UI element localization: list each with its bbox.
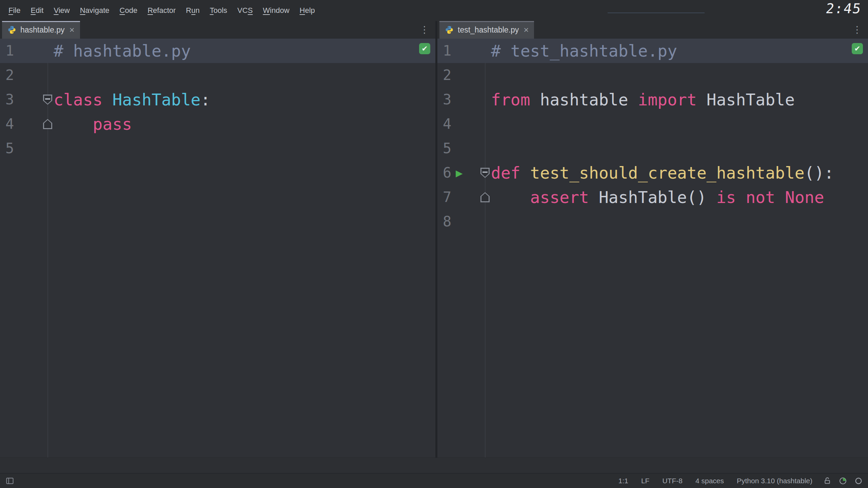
inspections-widget-icon[interactable]: [839, 477, 847, 485]
gutter[interactable]: 5: [437, 136, 485, 161]
status-encoding[interactable]: UTF-8: [662, 477, 683, 485]
code-token: class: [54, 90, 103, 109]
check-icon: ✔: [854, 44, 860, 53]
code-line[interactable]: 5: [0, 136, 435, 161]
gutter[interactable]: 4: [0, 112, 47, 136]
background-tasks-icon[interactable]: [854, 477, 863, 485]
menu-code[interactable]: Code: [115, 6, 143, 15]
code-token: :: [201, 90, 211, 109]
tab-hashtable-py[interactable]: hashtable.py ×: [2, 21, 80, 39]
menu-file[interactable]: File: [3, 6, 25, 15]
code-text[interactable]: assert HashTable() is not None: [485, 185, 824, 209]
code-text[interactable]: class HashTable:: [47, 87, 210, 112]
code-line[interactable]: 1# hashtable.py: [0, 39, 435, 63]
code-line[interactable]: 1# test_hashtable.py: [437, 39, 868, 63]
code-line[interactable]: 6▶def test_should_create_hashtable():: [437, 161, 868, 185]
status-caret-position[interactable]: 1:1: [618, 477, 628, 485]
menu-navigate[interactable]: Navigate: [75, 6, 115, 15]
code-token: HashTable: [697, 90, 795, 109]
menu-vcs[interactable]: VCS: [232, 6, 258, 15]
gutter[interactable]: 2: [0, 63, 47, 87]
lock-icon[interactable]: [823, 477, 831, 485]
line-number[interactable]: 5: [5, 136, 14, 161]
code-text[interactable]: pass: [47, 112, 132, 136]
close-tab-icon[interactable]: ×: [69, 25, 74, 34]
status-indent[interactable]: 4 spaces: [695, 477, 724, 485]
code-line[interactable]: 5: [437, 136, 868, 161]
tab-title: test_hashtable.py: [458, 25, 519, 35]
gutter[interactable]: 4: [437, 112, 485, 136]
gutter[interactable]: 8: [437, 209, 485, 234]
code-token: def: [491, 163, 520, 182]
gutter[interactable]: 7: [437, 185, 485, 209]
menu-help[interactable]: Help: [295, 6, 320, 15]
code-token: not: [746, 188, 775, 207]
code-line[interactable]: 4 pass: [0, 112, 435, 136]
line-number[interactable]: 4: [443, 112, 451, 136]
run-test-icon[interactable]: ▶: [456, 161, 462, 185]
gutter[interactable]: 3: [0, 87, 47, 112]
gutter[interactable]: 5: [0, 136, 47, 161]
code-text[interactable]: [485, 63, 491, 87]
gutter[interactable]: 2: [437, 63, 485, 87]
line-number[interactable]: 8: [443, 209, 451, 234]
tab-title: hashtable.py: [20, 25, 64, 35]
line-number[interactable]: 5: [443, 136, 451, 161]
menu-run[interactable]: Run: [181, 6, 204, 15]
close-tab-icon[interactable]: ×: [524, 25, 529, 34]
code-text[interactable]: [485, 136, 491, 161]
progress-underline: [608, 13, 705, 13]
tab-test-hashtable-py[interactable]: test_hashtable.py ×: [439, 21, 534, 39]
code-text[interactable]: [47, 63, 54, 87]
code-line[interactable]: 2: [437, 63, 868, 87]
menu-edit[interactable]: Edit: [25, 6, 48, 15]
tab-options-icon[interactable]: ⋮: [846, 25, 868, 35]
line-number[interactable]: 3: [5, 87, 14, 112]
line-number[interactable]: 2: [5, 63, 14, 87]
line-number[interactable]: 1: [443, 39, 451, 63]
line-number[interactable]: 1: [5, 39, 14, 63]
line-number[interactable]: 6: [443, 161, 451, 185]
check-icon: ✔: [421, 44, 428, 53]
menu-tools[interactable]: Tools: [205, 6, 232, 15]
code-text[interactable]: # test_hashtable.py: [485, 39, 677, 63]
inspections-ok-icon[interactable]: ✔: [419, 43, 430, 54]
code-text[interactable]: def test_should_create_hashtable():: [485, 161, 834, 185]
code-token: hashtable: [530, 90, 638, 109]
code-line[interactable]: 3class HashTable:: [0, 87, 435, 112]
menu-view[interactable]: View: [48, 6, 75, 15]
line-number[interactable]: 3: [443, 87, 451, 112]
python-file-icon: [445, 25, 454, 34]
tab-bar-right: test_hashtable.py × ⋮: [437, 21, 868, 39]
editor-left[interactable]: 1# hashtable.py23class HashTable:4 pass5…: [0, 39, 435, 458]
code-line[interactable]: 8: [437, 209, 868, 234]
gutter[interactable]: 1: [0, 39, 47, 63]
line-number[interactable]: 2: [443, 63, 451, 87]
code-line[interactable]: 4: [437, 112, 868, 136]
line-number[interactable]: 7: [443, 185, 451, 209]
gutter[interactable]: 1: [437, 39, 485, 63]
status-interpreter[interactable]: Python 3.10 (hashtable): [737, 477, 812, 485]
window-layout-icon[interactable]: [5, 477, 14, 485]
gutter[interactable]: 3: [437, 87, 485, 112]
gutter[interactable]: 6▶: [437, 161, 485, 185]
code-line[interactable]: 3from hashtable import HashTable: [437, 87, 868, 112]
code-text[interactable]: [485, 209, 491, 234]
code-line[interactable]: 7 assert HashTable() is not None: [437, 185, 868, 209]
code-text[interactable]: from hashtable import HashTable: [485, 87, 795, 112]
code-token: [103, 90, 113, 109]
code-token: assert: [530, 188, 589, 207]
code-text[interactable]: [47, 136, 54, 161]
code-line[interactable]: 2: [0, 63, 435, 87]
code-token: None: [785, 188, 824, 207]
status-line-separator[interactable]: LF: [641, 477, 650, 485]
menu-refactor[interactable]: Refactor: [142, 6, 181, 15]
inspections-ok-icon[interactable]: ✔: [852, 43, 863, 54]
code-text[interactable]: # hashtable.py: [47, 39, 191, 63]
tab-options-icon[interactable]: ⋮: [414, 25, 435, 35]
editor-right[interactable]: 1# test_hashtable.py23from hashtable imp…: [437, 39, 868, 458]
code-text[interactable]: [485, 112, 491, 136]
line-number[interactable]: 4: [5, 112, 14, 136]
menu-window[interactable]: Window: [258, 6, 294, 15]
code-token: [491, 188, 530, 207]
